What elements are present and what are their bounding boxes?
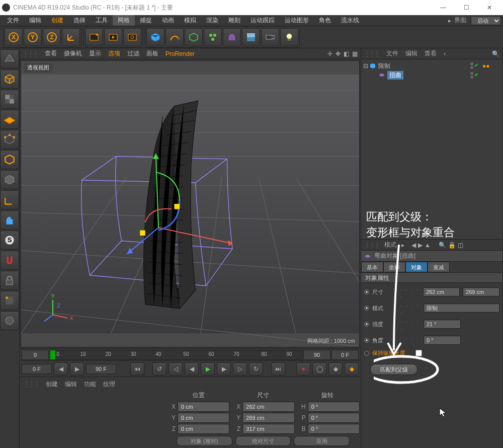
size-y-attr-field[interactable]: 269 cm bbox=[463, 287, 499, 296]
timeline-current-field[interactable]: 0 F bbox=[331, 350, 359, 360]
render-view-button[interactable] bbox=[85, 28, 103, 46]
coord-system-button[interactable] bbox=[62, 28, 80, 46]
play-fwd-button[interactable]: ↻ bbox=[249, 362, 263, 376]
menu-sim[interactable]: 模拟 bbox=[179, 15, 201, 26]
size-x-field[interactable]: 262 cm bbox=[242, 402, 294, 412]
vmenu-display[interactable]: 显示 bbox=[89, 49, 101, 58]
viewport-3d[interactable]: 透视视图 bbox=[21, 60, 360, 347]
tweak-button[interactable] bbox=[0, 291, 19, 310]
menu-file[interactable]: 文件 bbox=[2, 15, 24, 26]
nav-fwd-icon[interactable]: ▶ bbox=[418, 242, 423, 249]
keep-checkbox[interactable] bbox=[415, 350, 422, 356]
strength-field[interactable]: 21 ° bbox=[424, 320, 461, 329]
rot-h-field[interactable]: 0 ° bbox=[308, 402, 360, 412]
range-prev-button[interactable]: ◀ bbox=[54, 362, 68, 376]
spline-button[interactable] bbox=[165, 28, 184, 46]
close-button[interactable]: ✕ bbox=[478, 0, 501, 15]
am-lock-icon[interactable]: 🔒 bbox=[448, 242, 456, 249]
vmenu-filter[interactable]: 过滤 bbox=[127, 49, 139, 58]
menu-motrack[interactable]: 运动跟踪 bbox=[245, 15, 280, 26]
deformer-button[interactable] bbox=[223, 28, 241, 46]
edge-mode-button[interactable] bbox=[0, 150, 19, 169]
size-anim-radio[interactable] bbox=[364, 289, 369, 294]
timeline-start-field[interactable]: 0 bbox=[22, 350, 49, 360]
vmenu-view[interactable]: 查看 bbox=[45, 49, 57, 58]
angle-field[interactable]: 0 ° bbox=[424, 336, 461, 345]
generator-button[interactable] bbox=[185, 28, 203, 46]
size-mode-select[interactable]: 绝对尺寸 bbox=[235, 436, 291, 446]
axis-z-button[interactable]: Z bbox=[43, 28, 61, 46]
size-y-field[interactable]: 269 cm bbox=[242, 413, 294, 423]
om-file[interactable]: 文件 bbox=[386, 49, 398, 58]
timeline-cursor[interactable] bbox=[50, 350, 55, 359]
tab-object[interactable]: 对象 bbox=[405, 262, 428, 272]
menu-edit[interactable]: 编辑 bbox=[24, 15, 46, 26]
am-more-icon[interactable]: ▸ bbox=[401, 242, 404, 249]
magnet-button[interactable] bbox=[0, 251, 19, 270]
render-settings-button[interactable] bbox=[123, 28, 141, 46]
search-icon[interactable]: 🔍 bbox=[492, 50, 499, 57]
coord-create[interactable]: 创建 bbox=[46, 380, 58, 389]
cube-prim-button[interactable] bbox=[146, 28, 164, 46]
mograph-button[interactable] bbox=[204, 28, 222, 46]
menu-select[interactable]: 选择 bbox=[68, 15, 91, 26]
coord-space-select[interactable]: 对象 (相对) bbox=[177, 436, 232, 446]
grip-icon[interactable]: ⋮⋮⋮ bbox=[364, 50, 379, 57]
minimize-button[interactable]: — bbox=[432, 0, 455, 15]
mode-select[interactable]: 限制 bbox=[424, 304, 499, 313]
keyopt-button[interactable]: ◆ bbox=[345, 362, 359, 376]
lock-button[interactable] bbox=[0, 271, 19, 290]
grip-icon[interactable]: ⋮⋮⋮ bbox=[364, 242, 379, 249]
point-mode-button[interactable] bbox=[0, 130, 19, 149]
goto-start-button[interactable]: ⏮ bbox=[130, 362, 144, 376]
menu-render[interactable]: 渲染 bbox=[201, 15, 223, 26]
axis-tool-button[interactable] bbox=[0, 190, 19, 209]
grip-icon[interactable]: ⋮⋮⋮ bbox=[23, 50, 38, 57]
environment-button[interactable] bbox=[242, 28, 260, 46]
keep-anim-radio[interactable] bbox=[364, 351, 369, 356]
model-mode-button[interactable] bbox=[0, 69, 19, 89]
am-mode[interactable]: 模式 bbox=[384, 241, 396, 249]
timeline-ruler[interactable]: 0 10 20 30 40 50 60 70 80 90 bbox=[50, 350, 302, 360]
mode-anim-radio[interactable] bbox=[364, 306, 369, 311]
tab-basic[interactable]: 基本 bbox=[361, 262, 383, 272]
nav-up-icon[interactable]: ▲ bbox=[425, 242, 431, 249]
pos-z-field[interactable]: 0 cm bbox=[178, 424, 229, 434]
rot-p-field[interactable]: 0 ° bbox=[308, 413, 360, 423]
light-button[interactable] bbox=[280, 28, 298, 46]
range-start-field[interactable]: 0 F bbox=[22, 364, 52, 374]
poly-mode-button[interactable] bbox=[0, 170, 19, 189]
next-frame-button[interactable]: ▶ bbox=[217, 362, 231, 376]
tree-child-label[interactable]: 扭曲 bbox=[387, 71, 403, 80]
pos-x-field[interactable]: 0 cm bbox=[178, 402, 229, 412]
range-end-field[interactable]: 90 F bbox=[86, 364, 116, 374]
vp-nav1-icon[interactable]: ✢ bbox=[327, 50, 332, 57]
tree-root-label[interactable]: 限制 bbox=[378, 62, 390, 70]
misc-button[interactable] bbox=[0, 311, 19, 330]
goto-end-button[interactable]: ⏭ bbox=[271, 362, 285, 376]
range-next-button[interactable]: ▶ bbox=[70, 362, 84, 376]
vmenu-camera[interactable]: 摄像机 bbox=[64, 49, 82, 58]
menu-mograph[interactable]: 运动图形 bbox=[280, 15, 314, 26]
coord-func[interactable]: 功能 bbox=[84, 380, 96, 389]
editable-icon[interactable] bbox=[0, 49, 19, 68]
menu-anim[interactable]: 动画 bbox=[157, 15, 179, 26]
menu-snap[interactable]: 捕捉 bbox=[135, 15, 157, 26]
om-edit[interactable]: 编辑 bbox=[405, 49, 417, 58]
vp-nav3-icon[interactable]: ◧ bbox=[344, 50, 349, 57]
vmenu-panel[interactable]: 面板 bbox=[146, 49, 158, 58]
tag-icon[interactable]: ●● bbox=[482, 62, 490, 69]
menu-tools[interactable]: 工具 bbox=[91, 15, 113, 26]
vmenu-options[interactable]: 选项 bbox=[108, 49, 120, 58]
pos-y-field[interactable]: 0 cm bbox=[178, 413, 229, 423]
interface-select[interactable]: 启动 bbox=[471, 16, 501, 25]
tab-coord[interactable]: 坐标 bbox=[383, 262, 405, 272]
enable-icon[interactable]: ✔ bbox=[474, 62, 478, 69]
coord-edit[interactable]: 编辑 bbox=[65, 380, 77, 389]
am-newwin-icon[interactable]: ◫ bbox=[458, 242, 463, 249]
nav-back-icon[interactable]: ◀ bbox=[411, 242, 416, 249]
om-more-icon[interactable]: ‹ bbox=[444, 50, 446, 57]
keysel-button[interactable]: ◆ bbox=[328, 362, 343, 376]
vp-nav2-icon[interactable]: ✥ bbox=[336, 50, 341, 57]
axis-x-button[interactable]: X bbox=[5, 28, 23, 46]
